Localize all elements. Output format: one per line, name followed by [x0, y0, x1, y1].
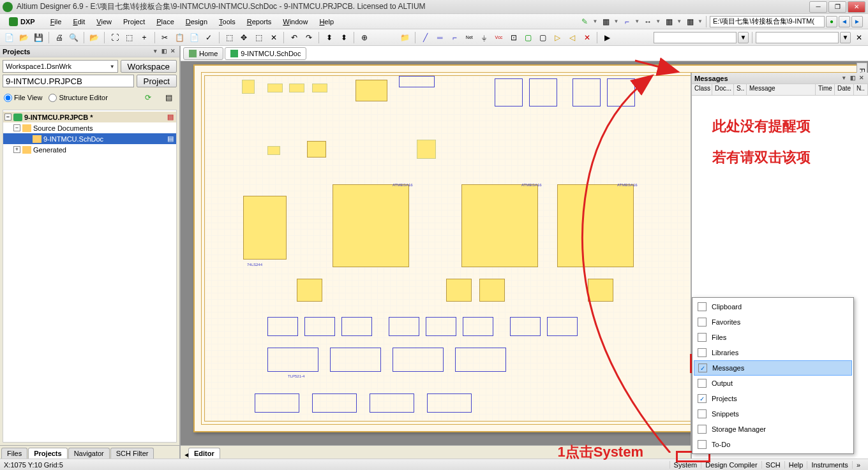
tree-root[interactable]: − 9-INTMCU.PRJPCB * ▤ — [3, 112, 176, 122]
panel-close-icon[interactable]: ✕ — [169, 48, 177, 55]
connector[interactable] — [399, 76, 435, 87]
copy-icon[interactable]: 📋 — [173, 31, 186, 45]
zoom-sel-icon[interactable]: ⬚ — [123, 31, 136, 45]
tb-draw-icon[interactable]: ✎ — [578, 15, 592, 29]
sheetent-icon[interactable]: ▢ — [536, 31, 550, 45]
cross-icon[interactable]: ⊕ — [357, 31, 371, 45]
menu-edit[interactable]: Edit — [68, 16, 90, 27]
dd-arrow[interactable]: ▼ — [655, 18, 661, 24]
workspace-combo[interactable]: Workspace1.DsnWrk▼ — [3, 60, 118, 73]
opto[interactable] — [304, 317, 335, 336]
col-doc[interactable]: Doc... — [712, 84, 734, 95]
dd-arrow[interactable]: ▼ — [677, 18, 682, 24]
popup-snippets[interactable]: Snippets — [694, 406, 852, 422]
tab-files[interactable]: Files — [1, 448, 27, 459]
project-input[interactable] — [3, 75, 134, 87]
dc-chip[interactable] — [479, 279, 505, 302]
zoom-in-icon[interactable]: + — [137, 31, 151, 45]
component[interactable] — [417, 140, 436, 159]
dc-chip[interactable] — [446, 279, 472, 302]
panel-menu-icon[interactable]: ▾ — [840, 75, 848, 82]
netlabel-icon[interactable]: Net — [463, 31, 476, 45]
tb-style1-icon[interactable]: ▦ — [599, 15, 613, 29]
popup-favorites[interactable]: Favorites — [694, 314, 852, 330]
bus-icon[interactable]: ═ — [433, 31, 447, 45]
component[interactable] — [312, 84, 327, 92]
col-no[interactable]: N.. — [854, 84, 868, 95]
diode-array[interactable] — [427, 393, 472, 413]
col-time[interactable]: Time — [816, 84, 835, 95]
opto[interactable] — [510, 317, 541, 336]
ic-atmega16-2[interactable] — [461, 184, 538, 267]
tree-folder-generated[interactable]: + Generated — [3, 144, 176, 155]
doc-tab-schdoc[interactable]: 9-INTMCU.SchDoc — [225, 47, 306, 60]
cut-icon[interactable]: ✂ — [158, 31, 172, 45]
paste-icon[interactable]: 📄 — [188, 31, 201, 45]
tree-folder-source[interactable]: − Source Documents — [3, 122, 176, 133]
menu-reports[interactable]: Reports — [242, 16, 277, 27]
tree-doc-schdoc[interactable]: 9-INTMCU.SchDoc ▤ — [3, 133, 176, 144]
opto4[interactable] — [330, 348, 381, 372]
menu-project[interactable]: Project — [118, 16, 150, 27]
dxp-menu[interactable]: DXP — [5, 16, 39, 27]
print-icon[interactable]: 🖨 — [52, 31, 66, 45]
popup-projects[interactable]: ✓Projects — [694, 391, 852, 406]
path-input[interactable] — [710, 16, 825, 27]
diode-array[interactable] — [312, 393, 357, 413]
tab-scroll-left-icon[interactable]: ◄ — [183, 451, 188, 459]
tree-opt-icon[interactable]: ▤ — [161, 91, 176, 105]
deselect-icon[interactable]: ⬚ — [252, 31, 266, 45]
popup-output[interactable]: Output — [694, 376, 852, 391]
tab-editor[interactable]: Editor — [188, 448, 220, 459]
sheet-icon[interactable]: ▢ — [521, 31, 535, 45]
structure-editor-radio[interactable]: Structure Editor — [49, 94, 107, 102]
filter2-input[interactable] — [756, 32, 839, 43]
tb-grid2-icon[interactable]: ▦ — [683, 15, 697, 29]
opto4[interactable] — [393, 348, 444, 372]
stamp-icon[interactable]: ✓ — [202, 31, 216, 45]
ic-atmega16-3[interactable] — [557, 184, 634, 267]
port-icon[interactable]: ▷ — [551, 31, 564, 45]
panel-menu-icon[interactable]: ▾ — [151, 48, 159, 55]
browse-icon[interactable]: 📁 — [398, 31, 411, 45]
filter-dd[interactable]: ▼ — [738, 32, 749, 43]
menu-window[interactable]: Window — [278, 16, 313, 27]
opto[interactable] — [341, 317, 372, 336]
dd-arrow[interactable]: ▼ — [634, 18, 640, 24]
minimize-button[interactable]: ─ — [809, 1, 827, 13]
refresh-icon[interactable]: ⟳ — [141, 91, 155, 105]
menu-help[interactable]: Help — [314, 16, 339, 27]
clear-filter-icon[interactable]: ✕ — [852, 31, 865, 45]
component[interactable] — [307, 141, 326, 158]
component[interactable] — [289, 84, 304, 92]
expand-icon[interactable]: + — [13, 146, 20, 153]
file-view-radio[interactable]: File View — [4, 94, 42, 102]
menu-view[interactable]: View — [91, 16, 117, 27]
tab-navigator[interactable]: Navigator — [68, 448, 110, 459]
maximize-button[interactable]: ❐ — [828, 1, 846, 13]
ic-atmega16-1[interactable] — [333, 184, 409, 267]
panel-pin-icon[interactable]: ◧ — [849, 75, 857, 82]
project-tree[interactable]: − 9-INTMCU.PRJPCB * ▤ − Source Documents… — [3, 110, 177, 443]
tb-grid-icon[interactable]: ▦ — [662, 15, 676, 29]
popup-messages[interactable]: ✓Messages — [694, 360, 852, 376]
col-date[interactable]: Date — [835, 84, 854, 95]
resistor-array[interactable] — [495, 78, 523, 106]
path-fwd-icon[interactable]: ► — [851, 16, 863, 27]
status-instruments[interactable]: Instruments — [807, 461, 851, 469]
move-icon[interactable]: ✥ — [237, 31, 251, 45]
popup-libraries[interactable]: Libraries — [694, 345, 852, 360]
diode-array[interactable] — [370, 393, 414, 413]
ic-74ls244[interactable] — [243, 196, 287, 260]
menu-design[interactable]: Design — [181, 16, 213, 27]
sim-icon[interactable]: ▶ — [601, 31, 614, 45]
workspace-button[interactable]: Workspace — [121, 60, 177, 73]
wire-icon[interactable]: ╱ — [419, 31, 432, 45]
open2-icon[interactable]: 📂 — [87, 31, 101, 45]
port2-icon[interactable]: ◁ — [565, 31, 579, 45]
menu-tools[interactable]: Tools — [214, 16, 241, 27]
opto[interactable] — [267, 317, 298, 336]
filter2-dd[interactable]: ▼ — [840, 32, 851, 43]
col-message[interactable]: Message — [747, 84, 816, 95]
zoom-fit-icon[interactable]: ⛶ — [108, 31, 121, 45]
